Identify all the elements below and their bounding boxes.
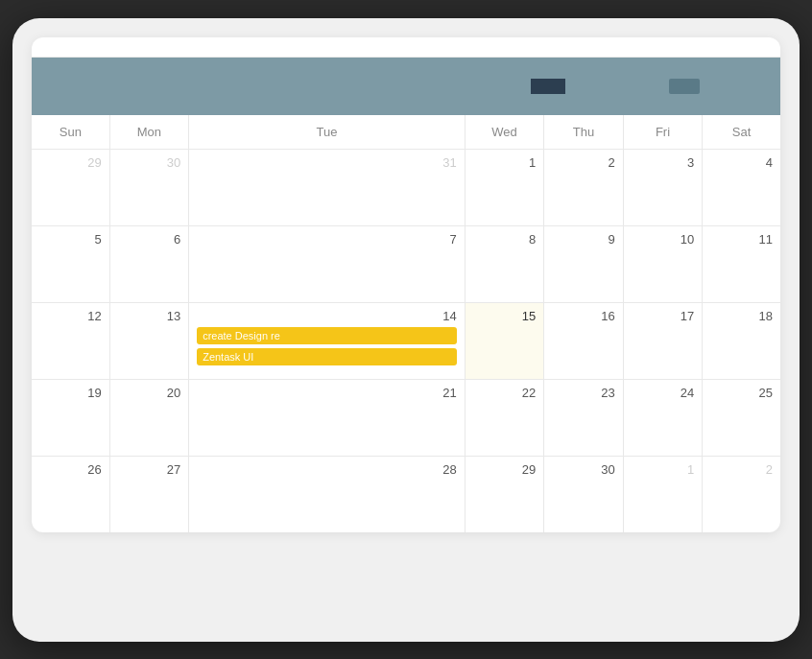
day-number: 2 xyxy=(710,462,773,477)
week-row-4: 19202122232425 xyxy=(32,379,780,456)
day-number: 24 xyxy=(632,386,694,400)
today-button[interactable] xyxy=(669,79,700,94)
day-number: 11 xyxy=(710,232,773,247)
calendar-cell[interactable]: 29 xyxy=(465,456,543,532)
calendar-cell[interactable]: 10 xyxy=(623,225,702,302)
calendar-cell[interactable]: 25 xyxy=(703,379,780,456)
day-number: 14 xyxy=(197,309,457,323)
day-number: 20 xyxy=(118,386,180,400)
week-row-3: 121314create Design reZentask UI15161718 xyxy=(32,302,780,379)
calendar-cell[interactable]: 1 xyxy=(623,456,702,532)
calendar-cell[interactable]: 1 xyxy=(465,149,543,225)
calendar-cell[interactable]: 24 xyxy=(623,379,702,456)
day-number: 2 xyxy=(552,155,614,170)
day-number: 16 xyxy=(552,309,614,323)
day-number: 28 xyxy=(197,462,457,477)
day-number: 13 xyxy=(118,309,180,323)
day-number: 19 xyxy=(39,386,102,400)
calendar-cell[interactable]: 21 xyxy=(189,379,466,456)
day-number: 25 xyxy=(710,386,773,400)
calendar-cell[interactable]: 30 xyxy=(109,149,188,225)
day-number: 22 xyxy=(473,386,536,400)
calendar-cell[interactable]: 4 xyxy=(703,149,780,225)
calendar-cell[interactable]: 15 xyxy=(465,302,543,379)
prev-button[interactable] xyxy=(711,81,730,92)
calendar-cell[interactable]: 14create Design reZentask UI xyxy=(189,302,466,379)
day-number: 3 xyxy=(632,155,694,170)
calendar-cell[interactable]: 20 xyxy=(109,379,188,456)
day-number: 23 xyxy=(552,386,614,400)
day-number: 1 xyxy=(473,155,536,170)
calendar-cell[interactable]: 3 xyxy=(623,149,702,225)
day-number: 29 xyxy=(473,462,536,477)
calendar-widget: SunMonTueWedThuFriSat 293031123456789101… xyxy=(32,37,780,533)
calendar-body: 2930311234567891011121314create Design r… xyxy=(32,149,780,532)
day-number: 18 xyxy=(710,309,773,323)
day-number: 17 xyxy=(632,309,694,323)
day-number: 29 xyxy=(39,155,102,170)
device-frame: SunMonTueWedThuFriSat 293031123456789101… xyxy=(12,18,800,642)
view-toggle xyxy=(531,79,600,94)
calendar-cell[interactable]: 12 xyxy=(32,302,109,379)
calendar-toolbar xyxy=(32,58,780,115)
day-header-tue: Tue xyxy=(189,115,466,150)
day-number: 4 xyxy=(710,155,773,170)
calendar-cell[interactable]: 22 xyxy=(465,379,543,456)
calendar-cell[interactable]: 16 xyxy=(544,302,623,379)
day-header-mon: Mon xyxy=(109,115,188,150)
calendar-cell[interactable]: 7 xyxy=(189,225,466,302)
calendar-cell[interactable]: 6 xyxy=(109,225,188,302)
days-header: SunMonTueWedThuFriSat xyxy=(32,115,780,150)
calendar-cell[interactable]: 8 xyxy=(465,225,543,302)
calendar-cell[interactable]: 5 xyxy=(32,225,109,302)
day-number: 15 xyxy=(473,309,536,323)
calendar-cell[interactable]: 30 xyxy=(544,456,623,532)
day-number: 30 xyxy=(552,462,614,477)
day-number: 31 xyxy=(197,155,457,170)
calendar-cell[interactable]: 27 xyxy=(109,456,188,532)
week-row-1: 2930311234 xyxy=(32,149,780,225)
calendar-cell[interactable]: 29 xyxy=(32,149,109,225)
week-row-5: 262728293012 xyxy=(32,456,780,532)
day-number: 8 xyxy=(473,232,536,247)
week-view-button[interactable] xyxy=(565,79,600,94)
day-number: 26 xyxy=(39,462,102,477)
calendar-event[interactable]: create Design re xyxy=(197,327,457,344)
calendar-cell[interactable]: 19 xyxy=(32,379,109,456)
calendar-event[interactable]: Zentask UI xyxy=(197,348,457,365)
day-header-thu: Thu xyxy=(544,115,623,150)
day-header-sat: Sat xyxy=(703,115,780,150)
day-number: 5 xyxy=(39,232,102,247)
next-button[interactable] xyxy=(742,81,761,92)
calendar-cell[interactable]: 2 xyxy=(703,456,780,532)
day-number: 9 xyxy=(552,232,614,247)
week-row-2: 567891011 xyxy=(32,225,780,302)
calendar-cell[interactable]: 17 xyxy=(623,302,702,379)
calendar-cell[interactable]: 31 xyxy=(189,149,466,225)
day-number: 6 xyxy=(118,232,180,247)
day-number: 1 xyxy=(632,462,694,477)
calendar-cell[interactable]: 9 xyxy=(544,225,623,302)
calendar-cell[interactable]: 26 xyxy=(32,456,109,532)
day-header-wed: Wed xyxy=(465,115,543,150)
widget-header xyxy=(32,37,780,58)
calendar-cell[interactable]: 28 xyxy=(189,456,466,532)
day-number: 12 xyxy=(39,309,102,323)
calendar-cell[interactable]: 11 xyxy=(703,225,780,302)
calendar-cell[interactable]: 2 xyxy=(544,149,623,225)
calendar-cell[interactable]: 18 xyxy=(703,302,780,379)
day-number: 10 xyxy=(632,232,694,247)
day-number: 7 xyxy=(197,232,457,247)
calendar-cell[interactable]: 23 xyxy=(544,379,623,456)
calendar-table: SunMonTueWedThuFriSat 293031123456789101… xyxy=(32,115,780,533)
calendar-cell[interactable]: 13 xyxy=(109,302,188,379)
day-number: 21 xyxy=(197,386,457,400)
month-view-button[interactable] xyxy=(531,79,565,94)
day-header-sun: Sun xyxy=(32,115,109,150)
day-number: 27 xyxy=(118,462,180,477)
day-header-fri: Fri xyxy=(623,115,702,150)
day-number: 30 xyxy=(118,155,180,170)
